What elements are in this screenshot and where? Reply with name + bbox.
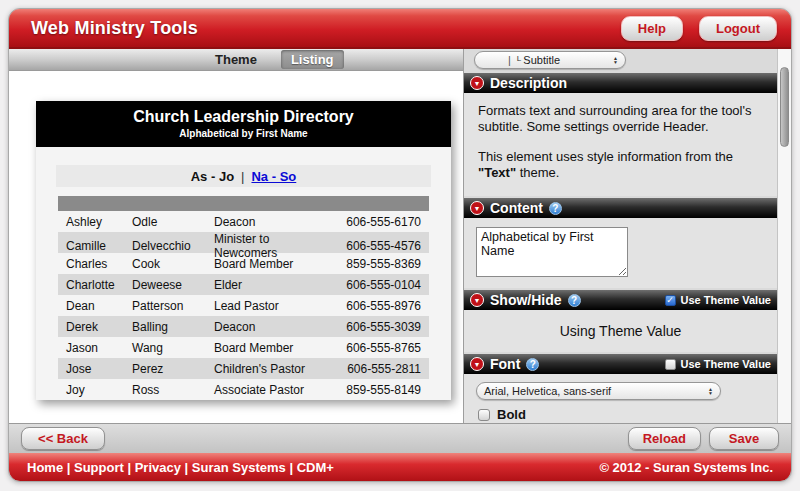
top-bar: Web Ministry Tools Help Logout bbox=[9, 9, 791, 49]
scrollbar-thumb[interactable] bbox=[780, 67, 789, 147]
font-family-value: Arial, Helvetica, sans-serif bbox=[484, 385, 611, 397]
collapse-icon[interactable]: ▼ bbox=[470, 201, 484, 215]
content-textarea[interactable]: Alphabetical by First Name bbox=[476, 227, 628, 277]
directory-cell-position: Board Member bbox=[214, 257, 329, 271]
description-paragraph-2: This element uses style information from… bbox=[478, 149, 763, 182]
font-option-label: Bold bbox=[497, 407, 526, 422]
app-window: Web Ministry Tools Help Logout Theme Lis… bbox=[8, 8, 792, 482]
reload-button[interactable]: Reload bbox=[628, 427, 701, 450]
description-body: Formats text and surrounding area for th… bbox=[464, 93, 777, 196]
help-button[interactable]: Help bbox=[621, 16, 683, 41]
scrollbar[interactable] bbox=[777, 49, 791, 423]
action-right-buttons: Reload Save bbox=[628, 427, 779, 450]
directory-cell-last: Delvecchio bbox=[132, 239, 214, 253]
collapse-icon[interactable]: ▼ bbox=[470, 76, 484, 90]
tree-branch-icon: L bbox=[517, 54, 521, 63]
directory-cell-position: Deacon bbox=[214, 215, 329, 229]
description-p2-bold: "Text" bbox=[478, 165, 516, 180]
directory-row: JosePerezChildren's Pastor606-555-2811 bbox=[58, 358, 429, 379]
directory-row: CharlotteDeweeseElder606-555-0104 bbox=[58, 274, 429, 295]
directory-row: JoyRossAssociate Pastor859-555-8149 bbox=[58, 379, 429, 400]
use-theme-value-label: Use Theme Value bbox=[681, 294, 772, 306]
directory-cell-position: Children's Pastor bbox=[214, 362, 329, 376]
page-range-link[interactable]: Na - So bbox=[251, 169, 296, 184]
section-header-content: ▼ Content ? bbox=[464, 198, 777, 218]
content-body: Alphabetical by First Name bbox=[464, 218, 777, 288]
directory-cell-phone: 859-555-8149 bbox=[329, 383, 421, 397]
tree-indent: | bbox=[508, 54, 511, 66]
directory-row: AshleyOdleDeacon606-555-6170 bbox=[58, 211, 429, 232]
footer-link-privacy[interactable]: Privacy bbox=[135, 460, 181, 475]
footer-links: Home | Support | Privacy | Suran Systems… bbox=[27, 460, 334, 475]
footer-bar: Home | Support | Privacy | Suran Systems… bbox=[9, 453, 791, 481]
logout-button[interactable]: Logout bbox=[699, 16, 777, 41]
element-selector-dropdown[interactable]: | L Subtitle ▲ ▼ bbox=[474, 51, 626, 69]
directory-header: Church Leadership Directory Alphabetical… bbox=[36, 101, 451, 147]
section-title-show-hide: Show/Hide bbox=[490, 292, 562, 308]
directory-cell-phone: 606-555-4576 bbox=[329, 239, 421, 253]
help-icon[interactable]: ? bbox=[568, 294, 581, 307]
footer-separator: | bbox=[181, 460, 192, 475]
section-header-show-hide: ▼ Show/Hide ? ✓ Use Theme Value bbox=[464, 290, 777, 310]
main-area: Theme Listing Church Leadership Director… bbox=[9, 49, 791, 423]
tab-bar: Theme Listing bbox=[9, 49, 463, 71]
directory-cell-last: Perez bbox=[132, 362, 214, 376]
directory-cell-first: Ashley bbox=[66, 215, 132, 229]
directory-cell-first: Camille bbox=[66, 239, 132, 253]
directory-cell-position: Lead Pastor bbox=[214, 299, 329, 313]
checkbox-icon[interactable] bbox=[478, 409, 490, 421]
topbar-buttons: Help Logout bbox=[621, 16, 777, 41]
font-style-options: BoldItalic bbox=[476, 407, 777, 423]
footer-link-cdm-[interactable]: CDM+ bbox=[297, 460, 334, 475]
directory-cell-phone: 606-555-6170 bbox=[329, 215, 421, 229]
tab-listing[interactable]: Listing bbox=[281, 50, 344, 69]
collapse-icon[interactable]: ▼ bbox=[470, 293, 484, 307]
directory-cell-phone: 606-555-8976 bbox=[329, 299, 421, 313]
help-icon[interactable]: ? bbox=[526, 358, 539, 371]
directory-row: CharlesCookBoard Member859-555-8369 bbox=[58, 253, 429, 274]
directory-preview-card: Church Leadership Directory Alphabetical… bbox=[36, 101, 451, 400]
directory-row: DeanPattersonLead Pastor606-555-8976 bbox=[58, 295, 429, 316]
description-paragraph-1: Formats text and surrounding area for th… bbox=[478, 103, 763, 136]
preview-area: Church Leadership Directory Alphabetical… bbox=[9, 71, 463, 423]
dropdown-stepper-icon: ▲ ▼ bbox=[613, 56, 618, 64]
directory-cell-last: Patterson bbox=[132, 299, 214, 313]
section-title-font: Font bbox=[490, 356, 520, 372]
font-option-bold[interactable]: Bold bbox=[478, 407, 777, 422]
showhide-use-theme-checkbox[interactable]: ✓ bbox=[665, 295, 676, 306]
footer-link-suran-systems[interactable]: Suran Systems bbox=[192, 460, 286, 475]
directory-cell-first: Derek bbox=[66, 320, 132, 334]
selected-element-value: Subtitle bbox=[523, 54, 560, 66]
use-theme-value-control: ✓ Use Theme Value bbox=[665, 294, 772, 306]
footer-separator: | bbox=[286, 460, 297, 475]
collapse-arrow: ▼ bbox=[474, 205, 481, 212]
description-p2-suffix: theme. bbox=[516, 165, 559, 180]
footer-separator: | bbox=[63, 460, 74, 475]
directory-row: CamilleDelvecchioMinister to Newcomers60… bbox=[58, 232, 429, 253]
directory-cell-position: Associate Pastor bbox=[214, 383, 329, 397]
collapse-icon[interactable]: ▼ bbox=[470, 357, 484, 371]
use-theme-value-control: Use Theme Value bbox=[665, 358, 772, 370]
directory-table: AshleyOdleDeacon606-555-6170CamilleDelve… bbox=[58, 211, 429, 400]
help-icon[interactable]: ? bbox=[549, 202, 562, 215]
footer-link-home[interactable]: Home bbox=[27, 460, 63, 475]
directory-cell-phone: 606-555-8765 bbox=[329, 341, 421, 355]
footer-link-support[interactable]: Support bbox=[74, 460, 124, 475]
tab-theme[interactable]: Theme bbox=[205, 50, 267, 69]
element-select-row: | L Subtitle ▲ ▼ bbox=[464, 49, 777, 71]
inspector-panel: | L Subtitle ▲ ▼ ▼ Description Formats t… bbox=[464, 49, 791, 423]
save-button[interactable]: Save bbox=[709, 427, 779, 450]
directory-cell-position: Elder bbox=[214, 278, 329, 292]
back-button[interactable]: << Back bbox=[21, 427, 105, 450]
directory-cell-last: Deweese bbox=[132, 278, 214, 292]
directory-cell-phone: 859-555-8369 bbox=[329, 257, 421, 271]
font-body: Arial, Helvetica, sans-serif ▲ ▼ BoldIta… bbox=[464, 374, 777, 423]
using-theme-value-text: Using Theme Value bbox=[560, 323, 682, 339]
stepper-down-icon: ▼ bbox=[708, 391, 713, 395]
font-family-dropdown[interactable]: Arial, Helvetica, sans-serif ▲ ▼ bbox=[476, 382, 721, 400]
font-use-theme-checkbox[interactable] bbox=[665, 359, 676, 370]
directory-cell-first: Jose bbox=[66, 362, 132, 376]
directory-cell-first: Jason bbox=[66, 341, 132, 355]
directory-cell-position: Board Member bbox=[214, 341, 329, 355]
section-title-description: Description bbox=[490, 75, 567, 91]
